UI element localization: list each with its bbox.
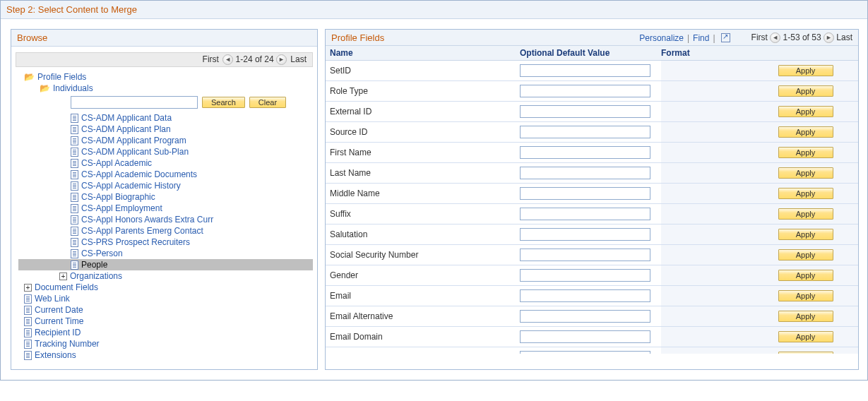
prev-arrow-icon[interactable]: ◄ bbox=[222, 54, 233, 65]
search-button[interactable]: Search bbox=[202, 97, 245, 108]
field-name: Email bbox=[326, 291, 520, 301]
apply-button[interactable]: Apply bbox=[778, 290, 833, 301]
format-cell bbox=[661, 204, 753, 224]
browse-first-label[interactable]: First bbox=[203, 54, 219, 64]
format-cell bbox=[661, 265, 753, 285]
tree-individuals[interactable]: 📂 Individuals bbox=[18, 83, 313, 94]
field-name: External ID bbox=[326, 107, 520, 116]
document-icon bbox=[24, 317, 32, 326]
tree-current-date[interactable]: Current Date bbox=[18, 304, 313, 316]
tree-document-fields[interactable]: + Document Fields bbox=[18, 282, 313, 293]
table-row: Source IDApply bbox=[326, 122, 858, 143]
tree-item[interactable]: CS-Appl Honors Awards Extra Curr bbox=[18, 214, 313, 225]
apply-button[interactable]: Apply bbox=[778, 167, 833, 179]
default-value-input[interactable] bbox=[520, 249, 650, 261]
expand-icon[interactable]: + bbox=[59, 273, 67, 280]
default-value-input[interactable] bbox=[520, 310, 650, 323]
tree-label: Document Fields bbox=[35, 282, 98, 292]
default-value-input[interactable] bbox=[520, 146, 650, 159]
col-header-name[interactable]: Name bbox=[326, 48, 520, 58]
default-value-input[interactable] bbox=[520, 126, 650, 138]
format-cell bbox=[661, 225, 753, 244]
apply-button[interactable]: Apply bbox=[778, 65, 833, 76]
default-value-input[interactable] bbox=[520, 228, 650, 241]
prev-arrow-icon[interactable]: ◄ bbox=[770, 32, 780, 43]
tree-item[interactable]: CS-ADM Applicant Sub-Plan bbox=[18, 146, 313, 157]
field-name: SetID bbox=[326, 66, 520, 76]
tree-item[interactable]: CS-Appl Parents Emerg Contact bbox=[18, 225, 313, 237]
default-value-input[interactable] bbox=[520, 64, 650, 77]
tree-profile-fields[interactable]: 📂 Profile Fields bbox=[18, 71, 313, 83]
tree-item[interactable]: CS-ADM Applicant Plan bbox=[18, 124, 313, 135]
tree-item[interactable]: People bbox=[18, 259, 313, 270]
default-value-input[interactable] bbox=[520, 105, 650, 118]
apply-button[interactable]: Apply bbox=[778, 208, 833, 220]
default-value-input[interactable] bbox=[520, 187, 650, 200]
apply-button[interactable]: Apply bbox=[778, 270, 833, 281]
default-value-input[interactable] bbox=[520, 289, 650, 302]
default-value-input[interactable] bbox=[520, 269, 650, 282]
tree-search-input[interactable] bbox=[71, 96, 198, 109]
table-row: SalutationApply bbox=[326, 225, 858, 245]
tree-label: CS-Appl Honors Awards Extra Curr bbox=[81, 215, 213, 225]
default-value-input[interactable] bbox=[520, 208, 650, 220]
tree-item[interactable]: CS-ADM Applicant Program bbox=[18, 135, 313, 146]
apply-button[interactable]: Apply bbox=[778, 126, 833, 138]
browse-last-label[interactable]: Last bbox=[290, 54, 307, 64]
tree-current-time[interactable]: Current Time bbox=[18, 316, 313, 327]
tree-organizations[interactable]: + Organizations bbox=[18, 270, 313, 282]
col-header-format[interactable]: Format bbox=[661, 48, 753, 58]
tree-item[interactable]: CS-Appl Employment bbox=[18, 203, 313, 214]
field-name: Social Security Number bbox=[326, 250, 520, 260]
popout-icon[interactable] bbox=[721, 33, 730, 42]
tree-label: Individuals bbox=[53, 83, 93, 93]
apply-button[interactable]: Apply bbox=[778, 331, 833, 342]
format-cell bbox=[661, 306, 753, 326]
apply-button[interactable]: Apply bbox=[778, 229, 833, 240]
table-row: Middle NameApply bbox=[326, 184, 858, 204]
next-arrow-icon[interactable]: ► bbox=[824, 32, 834, 43]
apply-button[interactable]: Apply bbox=[778, 106, 833, 117]
tree-item[interactable]: CS-ADM Applicant Data bbox=[18, 112, 313, 124]
tree-item[interactable]: CS-Appl Biographic bbox=[18, 191, 313, 203]
table-row: SuffixApply bbox=[326, 204, 858, 225]
find-link[interactable]: Find bbox=[693, 33, 709, 43]
tree-label: Tracking Number bbox=[35, 339, 100, 349]
fields-last-label[interactable]: Last bbox=[836, 32, 852, 42]
fields-first-label[interactable]: First bbox=[751, 32, 768, 42]
default-value-input[interactable] bbox=[520, 351, 650, 354]
tree-item[interactable]: CS-Appl Academic bbox=[18, 157, 313, 169]
fields-table-body[interactable]: SetIDApplyRole TypeApplyExternal IDApply… bbox=[326, 61, 858, 354]
format-cell bbox=[661, 184, 753, 203]
tree-item[interactable]: CS-Person bbox=[18, 248, 313, 259]
apply-button[interactable]: Apply bbox=[778, 352, 833, 354]
clear-button[interactable]: Clear bbox=[249, 97, 286, 108]
tree-item[interactable]: CS-PRS Prospect Recruiters bbox=[18, 237, 313, 248]
tree-tracking-number[interactable]: Tracking Number bbox=[18, 338, 313, 349]
format-cell bbox=[661, 61, 753, 80]
browse-body: First ◄ 1-24 of 24 ► Last 📂 Profile Fiel… bbox=[11, 47, 317, 369]
next-arrow-icon[interactable]: ► bbox=[276, 54, 287, 65]
apply-button[interactable]: Apply bbox=[778, 249, 833, 261]
tree-recipient-id[interactable]: Recipient ID bbox=[18, 327, 313, 338]
page-title: Step 2: Select Content to Merge bbox=[1, 1, 867, 19]
apply-button[interactable]: Apply bbox=[778, 85, 833, 97]
default-value-input[interactable] bbox=[520, 330, 650, 343]
apply-button[interactable]: Apply bbox=[778, 188, 833, 199]
tree-extensions[interactable]: Extensions bbox=[18, 349, 313, 361]
field-name: Last Name bbox=[326, 168, 520, 178]
tree-label: CS-Appl Academic bbox=[81, 158, 152, 168]
default-value-input[interactable] bbox=[520, 85, 650, 97]
default-value-input[interactable] bbox=[520, 167, 650, 179]
table-row: SetIDApply bbox=[326, 61, 858, 81]
expand-icon[interactable]: + bbox=[24, 284, 32, 292]
tree-web-link[interactable]: Web Link bbox=[18, 293, 313, 304]
personalize-link[interactable]: Personalize bbox=[639, 33, 684, 43]
apply-button[interactable]: Apply bbox=[778, 311, 833, 322]
tree-item[interactable]: CS-Appl Academic Documents bbox=[18, 169, 313, 180]
col-header-default[interactable]: Optional Default Value bbox=[520, 48, 661, 58]
apply-button[interactable]: Apply bbox=[778, 147, 833, 158]
format-cell bbox=[661, 347, 753, 354]
format-cell bbox=[661, 122, 753, 142]
tree-item[interactable]: CS-Appl Academic History bbox=[18, 180, 313, 191]
